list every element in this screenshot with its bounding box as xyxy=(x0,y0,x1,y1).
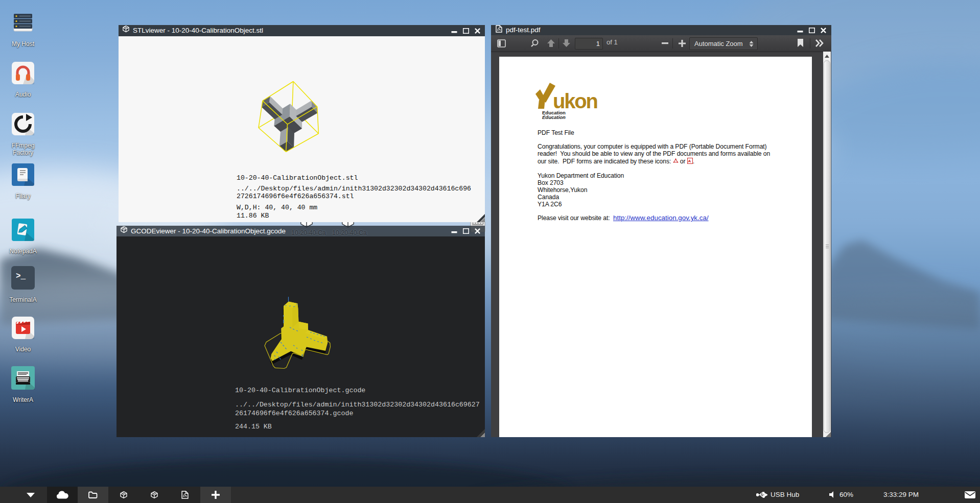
svg-text:>_: >_ xyxy=(16,272,26,281)
svg-text:A: A xyxy=(688,159,691,163)
